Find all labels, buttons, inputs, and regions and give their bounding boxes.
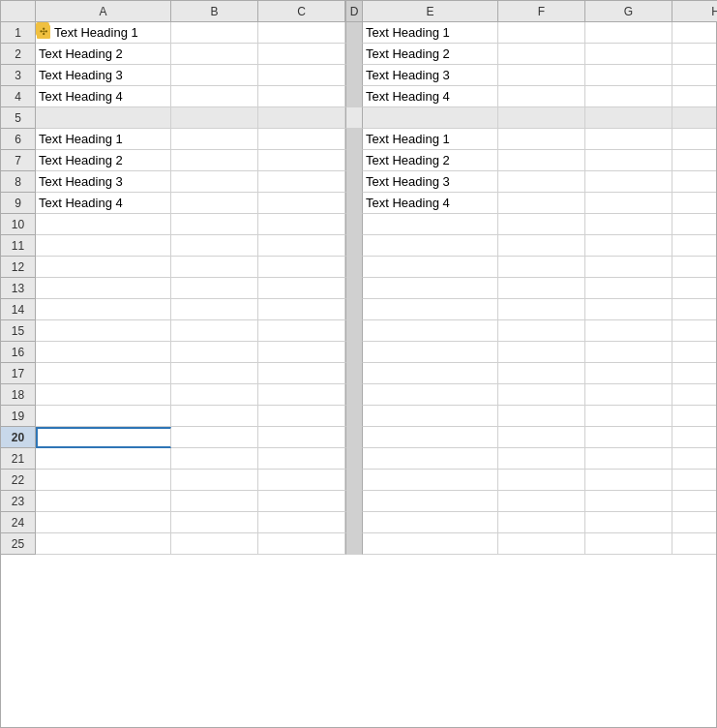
cell-a18[interactable] [36, 384, 171, 406]
cell-g13[interactable] [585, 278, 672, 299]
cell-h7[interactable] [672, 150, 716, 171]
cell-g1[interactable] [585, 22, 672, 44]
cell-a25[interactable] [36, 533, 171, 555]
cell-a11[interactable] [36, 235, 171, 257]
cell-a6[interactable]: Text Heading 1 [36, 129, 171, 150]
cell-b3[interactable] [171, 65, 258, 86]
cell-a9[interactable]: Text Heading 4 [36, 193, 171, 214]
cell-h6[interactable] [672, 129, 716, 150]
cell-e15[interactable] [363, 320, 498, 342]
cell-f24[interactable] [498, 512, 585, 533]
cell-c19[interactable] [258, 406, 345, 427]
row-num-18[interactable]: 18 [1, 384, 36, 406]
col-header-g[interactable]: G [585, 1, 672, 22]
cell-f21[interactable] [498, 448, 585, 470]
cell-f6[interactable] [498, 129, 585, 150]
cell-b5[interactable] [171, 107, 258, 129]
cell-h23[interactable] [672, 491, 716, 512]
cell-g24[interactable] [585, 512, 672, 533]
row-num-25[interactable]: 25 [1, 533, 36, 555]
cell-c1[interactable] [258, 22, 345, 44]
cell-g2[interactable] [585, 44, 672, 65]
cell-g6[interactable] [585, 129, 672, 150]
cell-b25[interactable] [171, 533, 258, 555]
cell-a19[interactable] [36, 406, 171, 427]
cell-b7[interactable] [171, 150, 258, 171]
cell-e1[interactable]: Text Heading 1 [363, 22, 498, 44]
cell-c3[interactable] [258, 65, 345, 86]
cell-a22[interactable] [36, 470, 171, 491]
cell-g4[interactable] [585, 86, 672, 107]
cell-h17[interactable] [672, 363, 716, 384]
cell-g22[interactable] [585, 470, 672, 491]
cell-a24[interactable] [36, 512, 171, 533]
cell-e6[interactable]: Text Heading 1 [363, 129, 498, 150]
row-num-21[interactable]: 21 [1, 448, 36, 470]
cell-g19[interactable] [585, 406, 672, 427]
cell-f18[interactable] [498, 384, 585, 406]
cell-b9[interactable] [171, 193, 258, 214]
cell-h1[interactable] [672, 22, 716, 44]
col-header-f[interactable]: F [498, 1, 585, 22]
cell-h4[interactable] [672, 86, 716, 107]
cell-e5[interactable] [363, 107, 498, 129]
cell-g3[interactable] [585, 65, 672, 86]
row-num-11[interactable]: 11 [1, 235, 36, 257]
cell-b23[interactable] [171, 491, 258, 512]
cell-a21[interactable] [36, 448, 171, 470]
cell-e19[interactable] [363, 406, 498, 427]
cell-g17[interactable] [585, 363, 672, 384]
cell-g16[interactable] [585, 342, 672, 363]
cell-f25[interactable] [498, 533, 585, 555]
cell-c15[interactable] [258, 320, 345, 342]
cell-e22[interactable] [363, 470, 498, 491]
cell-e20[interactable] [363, 427, 498, 448]
cell-g12[interactable] [585, 257, 672, 278]
cell-e3[interactable]: Text Heading 3 [363, 65, 498, 86]
cell-h24[interactable] [672, 512, 716, 533]
cell-f4[interactable] [498, 86, 585, 107]
cell-a10[interactable] [36, 214, 171, 235]
cell-h20[interactable] [672, 427, 716, 448]
cell-e4[interactable]: Text Heading 4 [363, 86, 498, 107]
col-header-b[interactable]: B [171, 1, 258, 22]
row-num-12[interactable]: 12 [1, 257, 36, 278]
row-num-9[interactable]: 9 [1, 193, 36, 214]
cell-e10[interactable] [363, 214, 498, 235]
cell-c7[interactable] [258, 150, 345, 171]
cell-h13[interactable] [672, 278, 716, 299]
cell-f11[interactable] [498, 235, 585, 257]
row-num-22[interactable]: 22 [1, 470, 36, 491]
col-header-a[interactable]: A [36, 1, 171, 22]
cell-b4[interactable] [171, 86, 258, 107]
cell-g5[interactable] [585, 107, 672, 129]
cell-c20[interactable] [258, 427, 345, 448]
cell-g15[interactable] [585, 320, 672, 342]
cell-h18[interactable] [672, 384, 716, 406]
cell-f15[interactable] [498, 320, 585, 342]
cell-h11[interactable] [672, 235, 716, 257]
cell-f23[interactable] [498, 491, 585, 512]
cell-c11[interactable] [258, 235, 345, 257]
row-num-10[interactable]: 10 [1, 214, 36, 235]
cell-e18[interactable] [363, 384, 498, 406]
cell-c12[interactable] [258, 257, 345, 278]
cell-b16[interactable] [171, 342, 258, 363]
cell-g7[interactable] [585, 150, 672, 171]
row-num-15[interactable]: 15 [1, 320, 36, 342]
cell-c14[interactable] [258, 299, 345, 320]
cell-h8[interactable] [672, 171, 716, 193]
cell-b17[interactable] [171, 363, 258, 384]
cell-b22[interactable] [171, 470, 258, 491]
cell-e16[interactable] [363, 342, 498, 363]
cell-b14[interactable] [171, 299, 258, 320]
cell-e24[interactable] [363, 512, 498, 533]
cell-a13[interactable] [36, 278, 171, 299]
cell-b18[interactable] [171, 384, 258, 406]
cell-h16[interactable] [672, 342, 716, 363]
cell-f1[interactable] [498, 22, 585, 44]
cell-c24[interactable] [258, 512, 345, 533]
cell-h22[interactable] [672, 470, 716, 491]
cell-f17[interactable] [498, 363, 585, 384]
cell-h14[interactable] [672, 299, 716, 320]
